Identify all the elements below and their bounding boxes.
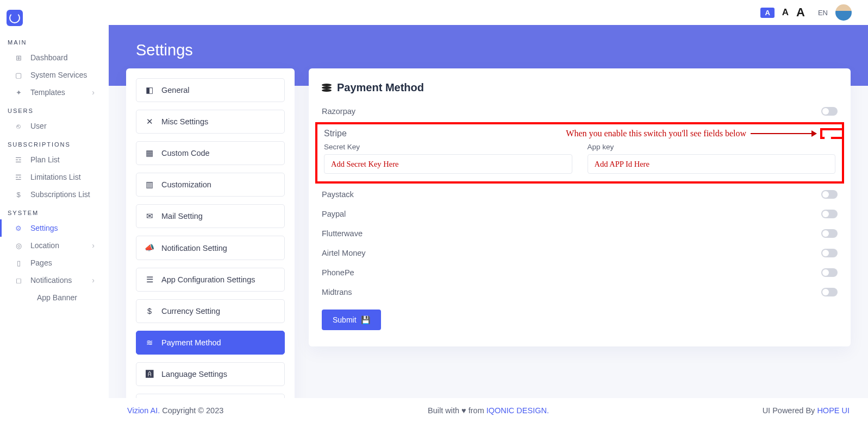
nav-icon: ▯: [14, 258, 23, 267]
toggle-flutterwave[interactable]: [821, 229, 838, 238]
nav-icon: ☲: [14, 155, 23, 164]
submit-button[interactable]: Submit 💾: [322, 310, 381, 330]
toggle-razorpay[interactable]: [821, 107, 838, 116]
font-size-medium-button[interactable]: A: [782, 7, 789, 18]
settings-nav-mail-setting[interactable]: ✉Mail Setting: [136, 204, 285, 228]
sidebar-section-header: SUBSCRIPTIONS: [0, 135, 109, 151]
nav-icon: ▢: [14, 71, 23, 79]
save-icon: 💾: [361, 315, 370, 324]
settings-nav-payment-method[interactable]: ≋Payment Method: [136, 331, 285, 355]
payment-method-card: Payment Method Razorpay Stripe When you …: [309, 68, 851, 346]
settings-nav-app-configuration-settings[interactable]: ☰App Configuration Settings: [136, 268, 285, 292]
topbar: A A A EN: [109, 0, 868, 25]
sidebar-item-pages[interactable]: ▯Pages: [0, 254, 109, 272]
sidebar-item-app-banner[interactable]: App Banner: [0, 289, 109, 306]
settings-nav-misc-settings[interactable]: ✕Misc Settings: [136, 110, 285, 134]
nav-icon: $: [14, 190, 23, 199]
sidebar-section-header: SYSTEM: [0, 203, 109, 219]
sidebar-item-settings[interactable]: ⚙Settings: [0, 219, 109, 237]
nav-icon: [21, 293, 29, 302]
content: A A A EN Settings ◧General✕Misc Settings…: [109, 0, 868, 423]
sidebar: MAIN⊞Dashboard▢System Services✦Templates…: [0, 0, 109, 423]
nav-icon: ⊞: [14, 53, 23, 62]
logo-icon[interactable]: [7, 10, 23, 26]
pill-icon: ✉: [145, 212, 154, 220]
chevron-right-icon: ›: [92, 241, 95, 250]
card-title: Payment Method: [322, 81, 838, 94]
pill-icon: ≋: [145, 338, 154, 347]
nav-icon: ◻: [14, 276, 23, 285]
pill-icon: ☰: [145, 275, 154, 284]
chevron-right-icon: ›: [92, 88, 95, 97]
toggle-paystack[interactable]: [821, 190, 838, 199]
coins-icon: [322, 84, 332, 92]
secret-key-label: Secret Key: [324, 143, 572, 151]
settings-nav-general[interactable]: ◧General: [136, 78, 285, 102]
annotation-text: When you enable this switch you'll see f…: [566, 129, 746, 138]
sidebar-item-location[interactable]: ◎Location›: [0, 237, 109, 254]
nav-icon: ✦: [14, 88, 23, 97]
font-size-large-button[interactable]: A: [796, 5, 805, 20]
pill-icon: $: [145, 307, 154, 315]
settings-nav-custom-code[interactable]: ▦Custom Code: [136, 141, 285, 165]
method-paypal: Paypal: [322, 204, 838, 224]
footer: Vizion AI. Copyright © 2023 Built with ♥…: [109, 398, 868, 423]
method-razorpay: Razorpay: [322, 102, 838, 121]
settings-nav-language-settings[interactable]: 🅰Language Settings: [136, 362, 285, 386]
settings-nav-customization[interactable]: ▥Customization: [136, 173, 285, 197]
sidebar-item-plan-list[interactable]: ☲Plan List: [0, 151, 109, 168]
annotation-arrow-icon: [751, 133, 816, 134]
page-title: Settings: [136, 41, 193, 59]
pill-icon: ▦: [145, 149, 154, 157]
toggle-paypal[interactable]: [821, 210, 838, 218]
footer-brand[interactable]: Vizion AI.: [127, 406, 160, 415]
language-switch[interactable]: EN: [818, 9, 828, 17]
pill-icon: ▥: [145, 180, 154, 189]
toggle-midtrans[interactable]: [821, 288, 838, 296]
secret-key-input[interactable]: [324, 154, 572, 174]
method-airtel: Airtel Money: [322, 243, 838, 263]
sidebar-item-limitations-list[interactable]: ☲Limitations List: [0, 168, 109, 186]
sidebar-item-system-services[interactable]: ▢System Services: [0, 66, 109, 84]
method-paystack: Paystack: [322, 185, 838, 204]
app-key-label: App key: [588, 143, 836, 151]
chevron-right-icon: ›: [92, 276, 95, 285]
settings-nav-card: ◧General✕Misc Settings▦Custom Code▥Custo…: [126, 68, 295, 398]
sidebar-item-user[interactable]: ⎋User: [0, 117, 109, 135]
method-flutterwave: Flutterwave: [322, 224, 838, 243]
sidebar-item-dashboard[interactable]: ⊞Dashboard: [0, 49, 109, 66]
pill-icon: ◧: [145, 86, 154, 94]
avatar[interactable]: [835, 4, 852, 21]
nav-icon: ⚙: [14, 224, 23, 232]
settings-nav-push-notification[interactable]: 🅰Push Notification: [136, 394, 285, 398]
sidebar-item-templates[interactable]: ✦Templates›: [0, 84, 109, 101]
method-midtrans: Midtrans: [322, 282, 838, 302]
sidebar-item-notifications[interactable]: ◻Notifications›: [0, 272, 109, 289]
toggle-airtel[interactable]: [821, 249, 838, 257]
sidebar-item-subscriptions-list[interactable]: $Subscriptions List: [0, 186, 109, 203]
footer-hopeui-link[interactable]: HOPE UI: [817, 406, 850, 415]
pill-icon: 📣: [145, 243, 154, 252]
pill-icon: 🅰: [145, 370, 154, 378]
pill-icon: ✕: [145, 117, 154, 126]
footer-iqonic-link[interactable]: IQONIC DESIGN.: [486, 406, 549, 415]
stripe-highlight: Stripe When you enable this switch you'l…: [315, 122, 844, 184]
settings-nav-currency-setting[interactable]: $Currency Setting: [136, 299, 285, 323]
method-phonepe: PhonePe: [322, 263, 838, 282]
toggle-phonepe[interactable]: [821, 268, 838, 277]
nav-icon: ◎: [14, 241, 23, 250]
sidebar-section-header: MAIN: [0, 33, 109, 49]
nav-icon: ☲: [14, 173, 23, 181]
method-stripe-label: Stripe: [324, 129, 347, 138]
sidebar-section-header: USERS: [0, 101, 109, 117]
font-size-small-button[interactable]: A: [760, 8, 774, 18]
nav-icon: ⎋: [14, 122, 23, 130]
app-key-input[interactable]: [588, 154, 836, 174]
settings-nav-notification-setting[interactable]: 📣Notification Setting: [136, 236, 285, 260]
